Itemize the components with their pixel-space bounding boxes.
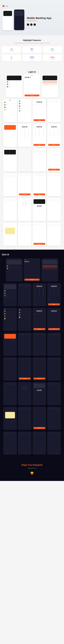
dark-screens-row7 <box>2 432 62 455</box>
footer-url: www.uihut.com <box>2 468 62 469</box>
hero-title: Mobile Banking App <box>27 16 62 20</box>
screen-home: SpotifyNetflixAmazon <box>6 74 23 97</box>
dark-screens-row2: Send $100.00Continue $100.00Continue <box>2 308 62 331</box>
qr-code <box>5 228 15 234</box>
hero-mock-light <box>2 10 13 30</box>
dark-screens-row6: Continue <box>2 407 62 430</box>
screen-chart <box>41 74 58 97</box>
dark-screens-row1: $100.00123456789 $100.00123456789Continu… <box>2 283 62 306</box>
dark-screens-row4: Continue Continue <box>2 357 62 380</box>
dark-screens-row3 <box>2 332 62 356</box>
highlight-title: Highlight Features <box>2 39 62 42</box>
light-screens-row4: Continue Continue <box>2 173 62 196</box>
hero-subtitle: 50+ App Screens <box>27 20 62 22</box>
fingerprint-icon <box>23 202 27 205</box>
highlight-desc: This app is fit for all type of device a… <box>2 42 62 44</box>
dark-screens-row5: $4,562 <box>2 382 62 405</box>
light-screens-row2: $100.00123456789.0← $100.00123456789Cont… <box>2 124 62 147</box>
features-grid: 1kDownloads 50+Screens 10+Categories 2Mo… <box>2 46 62 61</box>
light-screens-row3: Transfer Money <box>2 148 62 172</box>
hero-mock-dark <box>14 10 24 30</box>
platform-dots <box>27 24 62 26</box>
footer-title: Hope You Enjoyed! <box>2 464 62 466</box>
light-screens-row1: SendJohnEmmaMikeSara $100.00Continue <box>2 99 62 122</box>
screen-home-dark <box>6 258 23 282</box>
light-screens-row6: Continue <box>2 222 62 246</box>
dark-title: Dark Ui <box>2 254 62 256</box>
light-screens-row5: $4,562 <box>2 198 62 221</box>
sketch-icon <box>30 472 34 475</box>
logo: uihut <box>2 5 62 7</box>
screen-pay: PayContinue <box>24 74 40 97</box>
light-title: Light Ui <box>2 71 62 73</box>
